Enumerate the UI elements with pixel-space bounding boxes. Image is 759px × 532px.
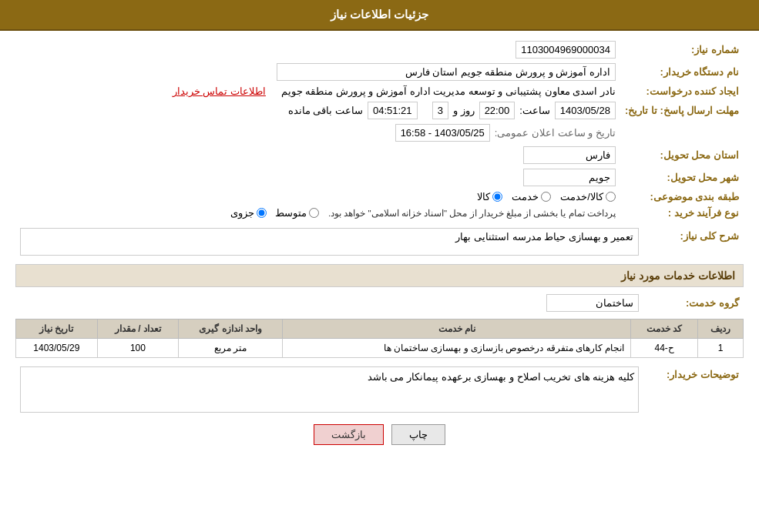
cell-name: انجام کارهای متفرقه درخصوص بازسازی و بهس… [283,339,631,358]
requester-label: ایجاد کننده درخواست: [620,83,744,99]
deadline-days: 3 [432,102,448,119]
deadline-remaining-label: ساعت باقی مانده [288,105,363,116]
announce-label: تاریخ و ساعت اعلان عمومی: [495,127,616,139]
deadline-time: 22:00 [479,102,516,119]
buyer-org-label: نام دستگاه خریدار: [620,61,744,83]
process-jozvi: جزوی [230,207,267,219]
city-value: جویم [523,169,616,186]
need-number-value: 1103004969000034 [516,41,616,59]
service-group-value: ساختمان [546,294,639,312]
announce-value: 1403/05/25 - 16:58 [395,124,490,142]
deadline-date: 1403/05/28 [555,102,616,119]
buyer-notes-value: کلیه هزینه های تخریب اصلاح و بهسازی برعه… [20,366,639,413]
province-label: استان محل تحویل: [620,144,744,166]
services-section-label: اطلاعات خدمات مورد نیاز [15,264,744,287]
process-motevaset: متوسط [275,207,319,219]
col-count: تعداد / مقدار [97,320,179,339]
process-note: پرداخت تمام یا بخشی از مبلغ خریدار از مح… [328,208,616,219]
cell-date: 1403/05/29 [16,339,98,358]
buyer-notes-label: توضیحات خریدار: [643,364,744,415]
category-khadamat: خدمت [512,191,551,202]
requester-value: نادر اسدی معاون پشتیبانی و توسعه مدیریت … [281,85,616,97]
deadline-remaining: 04:51:21 [368,102,418,119]
city-label: شهر محل تحویل: [620,166,744,189]
cell-count: 100 [97,339,179,358]
col-date: تاریخ نیاز [16,320,98,339]
cell-row: 1 [698,339,744,358]
cell-code: ح-44 [631,339,698,358]
category-kala-khadamat: کالا/خدمت [560,191,616,202]
process-label: نوع فرآیند خرید : [620,205,744,221]
need-description-value: تعمیر و بهسازی حیاط مدرسه استثنایی بهار [20,228,639,256]
category-kala: کالا [477,191,502,202]
page-title: جزئیات اطلاعات نیاز [331,8,428,21]
back-button[interactable]: بازگشت [314,424,384,445]
bottom-buttons: چاپ بازگشت [15,424,744,445]
cell-unit: متر مربع [179,339,283,358]
print-button[interactable]: چاپ [391,424,445,445]
table-row: 1 ح-44 انجام کارهای متفرقه درخصوص بازساز… [16,339,744,358]
need-number-label: شماره نیاز: [620,38,744,61]
col-name: نام خدمت [283,320,631,339]
category-label: طبقه بندی موضوعی: [620,189,744,205]
contact-link[interactable]: اطلاعات تماس خریدار [173,85,266,97]
deadline-days-label: روز و [453,105,475,116]
col-code: کد خدمت [631,320,698,339]
buyer-org-value: اداره آموزش و پرورش منطقه جویم استان فار… [277,63,616,81]
deadline-label: مهلت ارسال پاسخ: تا تاریخ: [620,99,744,122]
page-header: جزئیات اطلاعات نیاز [0,0,759,31]
service-group-label: گروه خدمت: [643,292,744,314]
province-value: فارس [523,146,616,164]
col-unit: واحد اندازه گیری [179,320,283,339]
services-table: ردیف کد خدمت نام خدمت واحد اندازه گیری ت… [15,319,744,358]
deadline-time-label: ساعت: [519,105,550,116]
col-row: ردیف [698,320,744,339]
need-description-label: شرح کلی نیاز: [643,226,744,258]
